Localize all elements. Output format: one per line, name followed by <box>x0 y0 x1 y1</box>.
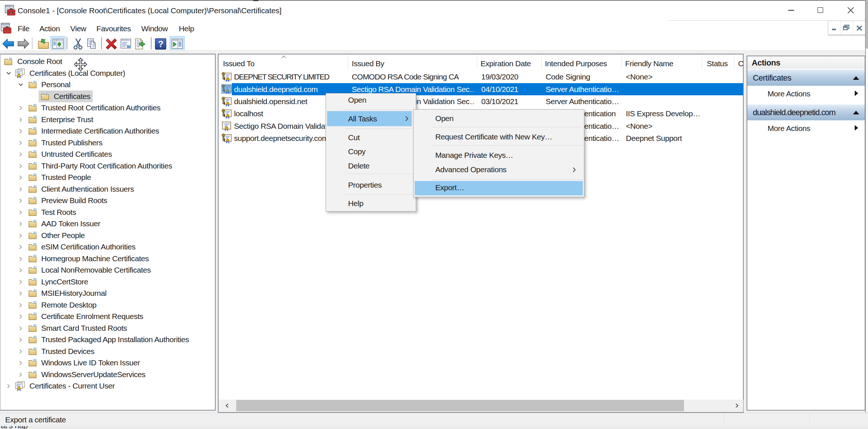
svg-text:?: ? <box>158 39 163 49</box>
